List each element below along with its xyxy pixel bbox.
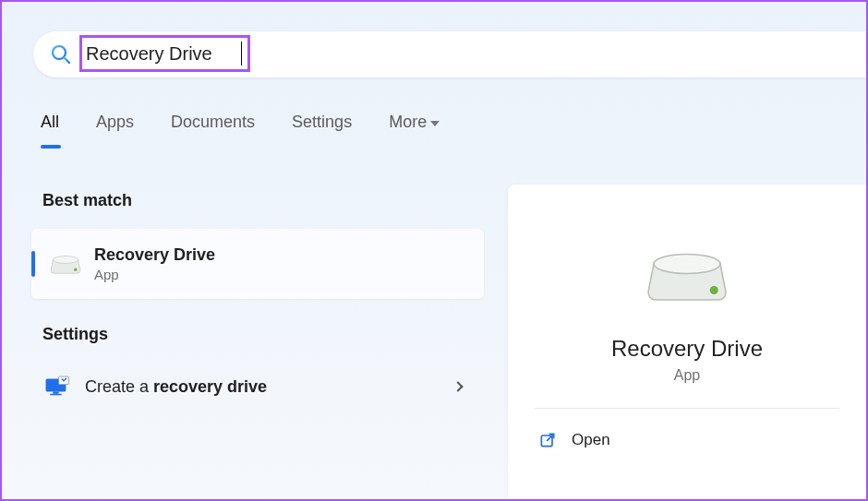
- tab-settings[interactable]: Settings: [292, 113, 352, 143]
- detail-panel: Recovery Drive App Open: [508, 185, 866, 499]
- best-match-result[interactable]: Recovery Drive App: [31, 229, 484, 299]
- svg-rect-6: [53, 391, 58, 393]
- detail-type: App: [674, 367, 700, 384]
- settings-item-label: Create a recovery drive: [85, 377, 267, 397]
- tab-apps[interactable]: Apps: [96, 113, 134, 143]
- result-type: App: [94, 267, 215, 282]
- search-highlight-box: [79, 35, 250, 72]
- result-text: Recovery Drive App: [94, 245, 215, 282]
- svg-rect-7: [50, 394, 61, 396]
- svg-line-1: [65, 58, 70, 64]
- svg-point-3: [74, 268, 77, 271]
- chevron-down-icon: [430, 121, 440, 126]
- tab-all[interactable]: All: [41, 113, 59, 143]
- open-external-icon: [538, 431, 557, 449]
- result-title: Recovery Drive: [94, 245, 215, 265]
- drive-icon-large: [645, 245, 729, 304]
- monitor-icon: [44, 376, 70, 398]
- settings-item-bold: recovery drive: [153, 377, 267, 396]
- results-column: Best match Recovery Drive App Settings C…: [31, 191, 484, 411]
- svg-point-2: [53, 256, 78, 264]
- divider: [535, 408, 839, 409]
- open-label: Open: [572, 431, 610, 449]
- search-bar[interactable]: [33, 31, 866, 78]
- detail-title: Recovery Drive: [611, 336, 763, 362]
- tab-documents[interactable]: Documents: [171, 113, 255, 143]
- drive-icon: [50, 252, 81, 276]
- section-settings: Settings: [42, 325, 484, 344]
- search-input[interactable]: [86, 43, 243, 65]
- section-best-match: Best match: [42, 191, 484, 210]
- svg-point-9: [710, 286, 718, 294]
- tab-more[interactable]: More: [389, 113, 440, 143]
- svg-point-8: [654, 255, 720, 274]
- tab-more-label: More: [389, 113, 427, 132]
- open-action[interactable]: Open: [535, 425, 839, 455]
- settings-item-create-recovery-drive[interactable]: Create a recovery drive: [31, 363, 484, 411]
- chevron-right-icon: [452, 381, 463, 391]
- settings-item-prefix: Create a: [85, 377, 153, 396]
- filter-tabs: All Apps Documents Settings More: [41, 113, 440, 143]
- text-cursor: [241, 42, 242, 66]
- search-icon: [50, 43, 72, 66]
- detail-icon-wrap: [645, 245, 729, 308]
